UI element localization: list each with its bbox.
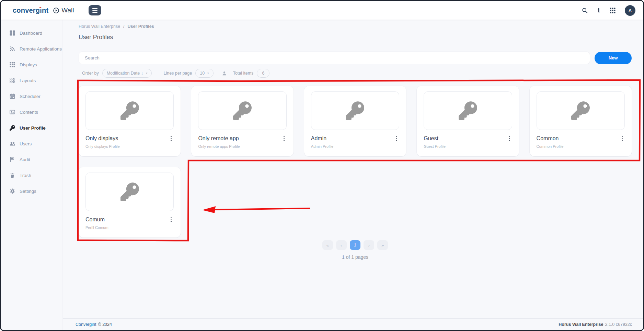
search-input[interactable] xyxy=(79,52,590,64)
profile-card[interactable]: Only displays Only displays Profile xyxy=(79,86,181,156)
profile-subtitle: Admin Profile xyxy=(311,144,399,148)
pagination-prev-button[interactable]: ‹ xyxy=(336,240,347,250)
app-header: convergint Wall i A xyxy=(1,1,643,20)
chevron-down-icon: ▾ xyxy=(146,71,148,75)
profile-card[interactable]: Admin Admin Profile xyxy=(304,86,406,156)
app-window: convergint Wall i A Dashboard Remote App… xyxy=(0,0,644,331)
breadcrumb: Horus Wall Enterprise / User Profiles xyxy=(79,24,632,29)
apps-grid-icon[interactable] xyxy=(610,8,616,13)
sidebar-item-scheduler[interactable]: Scheduler xyxy=(1,88,62,104)
profile-thumbnail xyxy=(311,91,399,130)
profile-subtitle: Perfil Comum xyxy=(85,225,174,230)
settings-icon xyxy=(10,188,15,194)
users-icon xyxy=(10,141,15,146)
profile-cards-grid: Only displays Only displays Profile Only… xyxy=(79,86,632,238)
profile-card[interactable]: Common Common Profile xyxy=(530,86,632,156)
key-icon xyxy=(233,101,252,120)
profile-thumbnail xyxy=(85,91,174,130)
search-icon[interactable] xyxy=(582,8,588,13)
sidebar-item-user-profile[interactable]: User Profile xyxy=(1,120,62,136)
sidebar-item-settings[interactable]: Settings xyxy=(1,183,62,199)
key-icon xyxy=(120,183,139,201)
app-footer: Convergint © 2024 Horus Wall Enterprise … xyxy=(63,318,643,330)
profile-title: Guest xyxy=(424,135,438,142)
kebab-menu-icon[interactable] xyxy=(620,135,625,142)
sidebar-item-dashboard[interactable]: Dashboard xyxy=(1,25,62,41)
profile-card[interactable]: Guest Guest Profile xyxy=(417,86,519,156)
sidebar-item-remote-applications[interactable]: Remote Applications xyxy=(1,41,62,57)
page-title: User Profiles xyxy=(79,34,632,41)
person-icon xyxy=(222,71,227,76)
total-items-badge: 6 xyxy=(257,69,269,78)
kebab-menu-icon[interactable] xyxy=(281,135,287,142)
new-button[interactable]: New xyxy=(595,52,632,64)
menu-toggle-button[interactable] xyxy=(89,5,101,15)
kebab-menu-icon[interactable] xyxy=(169,135,174,142)
convergint-footer-link[interactable]: Convergint xyxy=(76,322,96,327)
profile-title: Comum xyxy=(85,217,105,223)
filter-row: Order by Modification Date ↓ ▾ Lines per… xyxy=(79,69,632,78)
app-name: Wall xyxy=(61,7,74,14)
kebab-menu-icon[interactable] xyxy=(394,135,399,142)
sidebar-item-audit[interactable]: Audit xyxy=(1,152,62,167)
profile-subtitle: Only remote apps Profile xyxy=(198,144,286,148)
order-by-dropdown[interactable]: Modification Date ↓ ▾ xyxy=(102,69,152,78)
lines-per-page-dropdown[interactable]: 10 ▾ xyxy=(195,69,213,78)
profile-subtitle: Common Profile xyxy=(537,144,625,148)
profile-title: Only remote app xyxy=(198,135,239,142)
dashboard-icon xyxy=(10,30,15,36)
contents-icon xyxy=(10,109,15,115)
pagination: « ‹ 1 › » xyxy=(79,240,632,250)
scheduler-icon xyxy=(10,93,15,99)
lines-per-page-label: Lines per page xyxy=(163,71,192,76)
order-by-label: Order by xyxy=(82,71,99,76)
main-content: Horus Wall Enterprise / User Profiles Us… xyxy=(63,20,643,330)
pagination-page-1-button[interactable]: 1 xyxy=(350,240,360,250)
product-version: 2.1.0 c67932c xyxy=(605,322,632,327)
profile-title: Admin xyxy=(311,135,326,142)
key-icon xyxy=(120,101,139,120)
kebab-menu-icon[interactable] xyxy=(169,216,174,223)
profile-title: Common xyxy=(537,135,559,142)
play-circle-icon xyxy=(53,8,59,13)
trash-icon xyxy=(10,173,15,178)
pagination-first-button[interactable]: « xyxy=(322,240,333,250)
profile-thumbnail xyxy=(424,91,512,130)
key-icon xyxy=(459,101,477,120)
key-icon xyxy=(571,101,590,120)
pagination-summary: 1 of 1 pages xyxy=(79,254,632,260)
profile-title: Only displays xyxy=(85,135,118,142)
sidebar-item-layouts[interactable]: Layouts xyxy=(1,73,62,88)
sidebar-item-displays[interactable]: Displays xyxy=(1,57,62,73)
layouts-icon xyxy=(10,78,15,83)
pagination-last-button[interactable]: » xyxy=(377,240,388,250)
sidebar-item-users[interactable]: Users xyxy=(1,136,62,152)
copyright-text: © 2024 xyxy=(98,322,112,327)
sidebar-item-contents[interactable]: Contents xyxy=(1,104,62,120)
chevron-down-icon: ▾ xyxy=(207,71,209,75)
audit-icon xyxy=(10,157,15,162)
profile-subtitle: Only displays Profile xyxy=(85,144,174,148)
sidebar-item-trash[interactable]: Trash xyxy=(1,167,62,183)
breadcrumb-current: User Profiles xyxy=(128,24,154,29)
breadcrumb-separator: / xyxy=(123,24,124,29)
profile-card[interactable]: Comum Perfil Comum xyxy=(79,167,181,238)
profile-thumbnail xyxy=(198,91,286,130)
total-items-label: Total items xyxy=(233,71,254,76)
info-icon[interactable]: i xyxy=(597,7,600,14)
key-icon xyxy=(346,101,364,120)
profile-thumbnail xyxy=(537,91,625,130)
profile-thumbnail xyxy=(85,173,174,211)
product-name: Horus Wall Enterprise xyxy=(559,322,603,327)
avatar[interactable]: A xyxy=(625,5,635,16)
pagination-next-button[interactable]: › xyxy=(364,240,374,250)
remote-applications-icon xyxy=(10,46,15,52)
key-icon xyxy=(10,125,15,131)
kebab-menu-icon[interactable] xyxy=(507,135,512,142)
wall-brand: Wall xyxy=(53,7,74,14)
breadcrumb-root[interactable]: Horus Wall Enterprise xyxy=(79,24,120,29)
displays-icon xyxy=(10,62,15,67)
convergint-logo: convergint xyxy=(13,7,48,14)
profile-subtitle: Guest Profile xyxy=(424,144,512,148)
profile-card[interactable]: Only remote app Only remote apps Profile xyxy=(191,86,293,156)
